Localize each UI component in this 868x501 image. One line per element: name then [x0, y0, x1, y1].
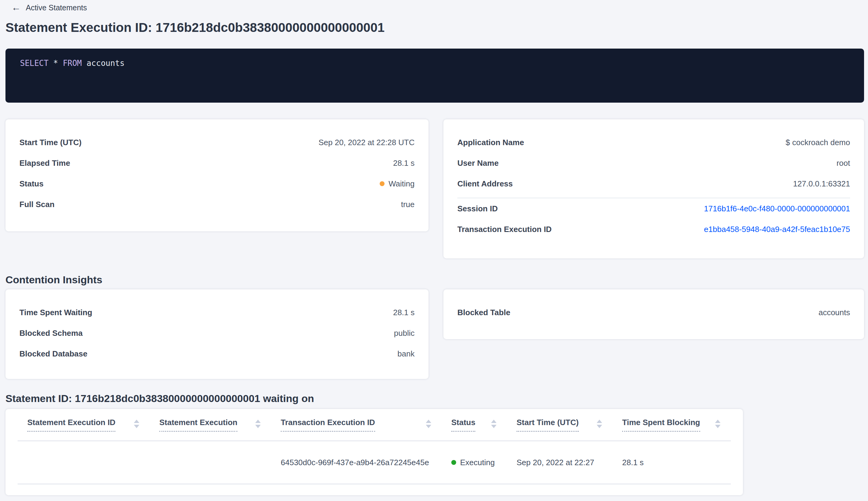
- transaction-execution-id-link[interactable]: e1bba458-5948-40a9-a42f-5feac1b10e75: [704, 225, 850, 234]
- column-header-status[interactable]: Status: [442, 418, 507, 432]
- contention-cards-row: Time Spent Waiting 28.1 s Blocked Schema…: [6, 289, 868, 379]
- row-value: Sep 20, 2022 at 22:28 UTC: [318, 138, 415, 147]
- row-label: Start Time (UTC): [19, 138, 82, 147]
- caret-down-icon: [491, 425, 497, 428]
- column-header-label: Start Time (UTC): [517, 418, 579, 432]
- row-value: bank: [398, 349, 415, 359]
- waiting-on-heading: Statement ID: 1716b218dc0b38380000000000…: [6, 392, 868, 405]
- waiting-status-dot-icon: [380, 181, 384, 186]
- row-label: Transaction Execution ID: [457, 225, 552, 234]
- cell-status: Executing: [442, 458, 507, 467]
- sort-icon: [715, 420, 720, 428]
- sql-statement-box: SELECT * FROM accounts: [6, 49, 864, 103]
- detail-row-start-time: Start Time (UTC) Sep 20, 2022 at 22:28 U…: [19, 132, 415, 153]
- statement-execution-details-page: ← Active Statements Statement Execution …: [0, 0, 868, 501]
- sort-icon: [491, 420, 497, 428]
- row-label: Client Address: [457, 179, 513, 189]
- caret-up-icon: [597, 420, 602, 423]
- detail-row-transaction-execution-id: Transaction Execution ID e1bba458-5948-4…: [457, 219, 850, 239]
- detail-row-user-name: User Name root: [457, 153, 850, 173]
- row-value: 28.1 s: [393, 159, 415, 168]
- row-label: Blocked Database: [19, 349, 87, 359]
- caret-down-icon: [255, 425, 261, 428]
- back-link[interactable]: ← Active Statements: [0, 0, 87, 12]
- row-label: Application Name: [457, 138, 524, 147]
- detail-row-full-scan: Full Scan true: [19, 194, 415, 215]
- row-label: Time Spent Waiting: [19, 308, 92, 317]
- execution-details-card: Start Time (UTC) Sep 20, 2022 at 22:28 U…: [6, 119, 428, 231]
- waiting-on-table-card: Statement Execution ID Statement Executi…: [6, 409, 743, 495]
- sort-icon: [134, 420, 139, 428]
- sql-keyword: SELECT: [20, 58, 48, 68]
- sql-keyword: FROM: [63, 58, 82, 68]
- cell-start-time: Sep 20, 2022 at 22:27: [507, 458, 612, 467]
- caret-up-icon: [715, 420, 720, 423]
- row-label: Status: [19, 179, 43, 189]
- contention-insights-heading: Contention Insights: [6, 273, 868, 286]
- caret-up-icon: [255, 420, 261, 423]
- detail-row-blocked-database: Blocked Database bank: [19, 343, 415, 364]
- contention-details-card: Time Spent Waiting 28.1 s Blocked Schema…: [6, 289, 428, 379]
- detail-row-time-spent-waiting: Time Spent Waiting 28.1 s: [19, 302, 415, 323]
- session-id-link[interactable]: 1716b1f6-4e0c-f480-0000-000000000001: [704, 204, 850, 213]
- back-link-label: Active Statements: [26, 3, 87, 12]
- row-label: Elapsed Time: [19, 159, 70, 168]
- column-header-transaction-execution-id[interactable]: Transaction Execution ID: [271, 418, 442, 432]
- row-label: Blocked Table: [457, 308, 510, 317]
- column-header-time-spent-blocking[interactable]: Time Spent Blocking: [612, 418, 731, 432]
- column-header-statement-execution[interactable]: Statement Execution: [150, 418, 271, 432]
- session-details-card: Application Name $ cockroach demo User N…: [443, 119, 864, 258]
- status-text: Waiting: [389, 179, 415, 189]
- column-header-start-time[interactable]: Start Time (UTC): [507, 418, 612, 432]
- sort-icon: [426, 420, 431, 428]
- detail-row-client-address: Client Address 127.0.0.1:63321: [457, 173, 850, 194]
- caret-down-icon: [134, 425, 139, 428]
- row-value: true: [401, 200, 415, 209]
- row-value: public: [394, 329, 415, 338]
- row-value: root: [836, 159, 850, 168]
- column-header-label: Time Spent Blocking: [622, 418, 700, 432]
- column-header-label: Statement Execution: [159, 418, 237, 432]
- row-value: 28.1 s: [393, 308, 415, 317]
- status-badge: Waiting: [380, 179, 415, 189]
- detail-row-session-id: Session ID 1716b1f6-4e0c-f480-0000-00000…: [457, 198, 850, 219]
- table-header-row: Statement Execution ID Statement Executi…: [18, 409, 731, 441]
- row-label: Full Scan: [19, 200, 55, 209]
- caret-down-icon: [597, 425, 602, 428]
- detail-row-elapsed-time: Elapsed Time 28.1 s: [19, 153, 415, 173]
- row-label: Blocked Schema: [19, 329, 83, 338]
- row-label: User Name: [457, 159, 499, 168]
- sort-icon: [255, 420, 261, 428]
- cell-transaction-execution-id: 64530d0c-969f-437e-a9b4-26a72245e45e: [271, 458, 442, 467]
- column-header-label: Transaction Execution ID: [281, 418, 375, 432]
- detail-row-blocked-table: Blocked Table accounts: [457, 302, 850, 323]
- cell-time-spent-blocking: 28.1 s: [612, 458, 731, 467]
- column-header-statement-execution-id[interactable]: Statement Execution ID: [18, 418, 150, 432]
- page-title: Statement Execution ID: 1716b218dc0b3838…: [6, 20, 868, 35]
- detail-row-blocked-schema: Blocked Schema public: [19, 323, 415, 343]
- sql-table-name: accounts: [87, 58, 124, 68]
- executing-status-dot-icon: [451, 460, 456, 465]
- row-value: accounts: [818, 308, 850, 317]
- table-row: 64530d0c-969f-437e-a9b4-26a72245e45e Exe…: [18, 441, 731, 484]
- column-header-label: Statement Execution ID: [27, 418, 115, 432]
- sort-icon: [597, 420, 602, 428]
- status-text: Executing: [460, 458, 495, 467]
- detail-row-application-name: Application Name $ cockroach demo: [457, 132, 850, 153]
- caret-up-icon: [426, 420, 431, 423]
- detail-row-status: Status Waiting: [19, 173, 415, 194]
- caret-down-icon: [426, 425, 431, 428]
- caret-up-icon: [134, 420, 139, 423]
- caret-down-icon: [715, 425, 720, 428]
- blocked-table-card: Blocked Table accounts: [443, 289, 864, 339]
- row-value: 127.0.0.1:63321: [793, 179, 850, 189]
- column-header-label: Status: [451, 418, 475, 432]
- sql-star: *: [53, 58, 58, 68]
- row-value: $ cockroach demo: [786, 138, 850, 147]
- row-label: Session ID: [457, 204, 498, 213]
- caret-up-icon: [491, 420, 497, 423]
- arrow-left-icon: ←: [12, 3, 21, 12]
- overview-cards-row: Start Time (UTC) Sep 20, 2022 at 22:28 U…: [6, 119, 868, 258]
